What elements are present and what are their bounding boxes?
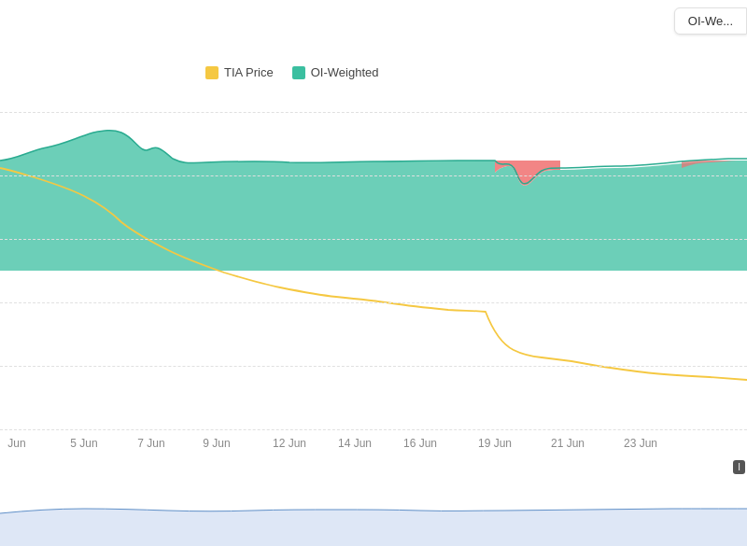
x-label-21jun: 21 Jun	[551, 437, 585, 450]
oi-area	[0, 131, 747, 271]
tia-swatch	[205, 66, 218, 79]
chart-container: OI-We... TIA Price OI-Weighted	[0, 0, 747, 560]
x-label-12jun: 12 Jun	[273, 437, 306, 450]
x-label-19jun: 19 Jun	[478, 437, 512, 450]
x-label-5jun: 5 Jun	[70, 437, 97, 450]
x-axis: Jun 5 Jun 7 Jun 9 Jun 12 Jun 14 Jun 16 J…	[0, 429, 747, 457]
main-chart-area	[0, 112, 747, 429]
oi-weighted-button[interactable]: OI-We...	[674, 7, 747, 35]
oi-swatch	[292, 66, 305, 79]
grid-line-5	[0, 366, 747, 367]
sub-chart-area	[0, 462, 747, 546]
sub-svg	[0, 462, 747, 546]
x-label-23jun: 23 Jun	[624, 437, 657, 450]
sub-area	[0, 509, 747, 546]
grid-line-1	[0, 112, 747, 113]
chart-badge: I	[733, 460, 745, 474]
x-label-14jun: 14 Jun	[338, 437, 372, 450]
main-svg	[0, 112, 747, 429]
grid-line-3	[0, 239, 747, 240]
legend-oi: OI-Weighted	[292, 65, 379, 79]
x-label-16jun: 16 Jun	[403, 437, 437, 450]
chart-legend: TIA Price OI-Weighted	[205, 65, 379, 79]
x-label-7jun: 7 Jun	[137, 437, 164, 450]
oi-label: OI-Weighted	[311, 65, 379, 79]
x-label-jun: Jun	[7, 437, 25, 450]
grid-line-4	[0, 302, 747, 303]
tia-label: TIA Price	[224, 65, 274, 79]
grid-line-2	[0, 175, 747, 176]
legend-tia: TIA Price	[205, 65, 274, 79]
x-label-9jun: 9 Jun	[203, 437, 230, 450]
